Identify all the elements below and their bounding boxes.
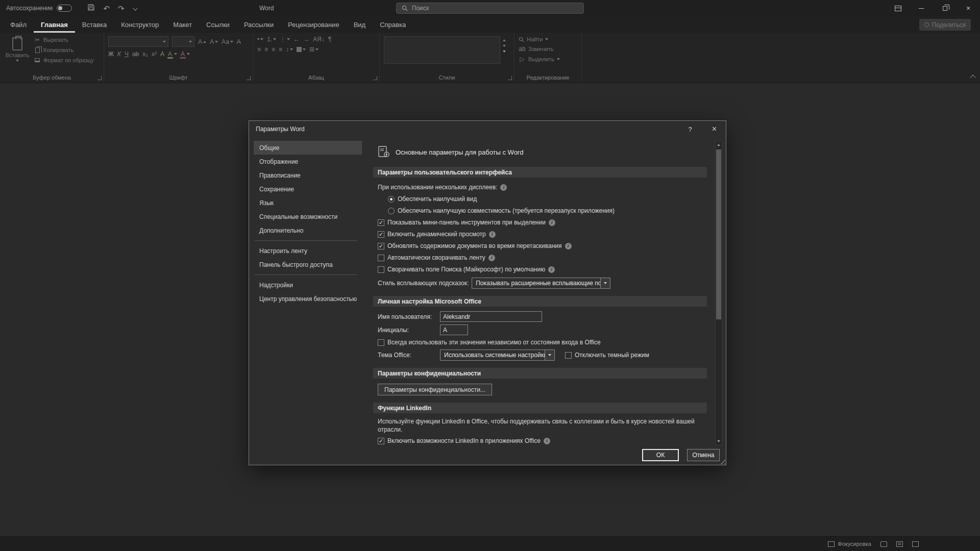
bullets-button[interactable]: • xyxy=(257,36,263,42)
strikethrough-button[interactable]: ab xyxy=(132,51,139,57)
align-right-button[interactable]: ≡ xyxy=(272,46,275,53)
paragraph-dialog-launcher-icon[interactable] xyxy=(373,76,377,80)
dropdown-arrow-button[interactable] xyxy=(600,278,610,288)
radio-best-appearance[interactable]: Обеспечить наилучший вид xyxy=(388,194,707,204)
checkbox-icon[interactable]: ✓ xyxy=(378,266,384,273)
grow-font-button[interactable]: А xyxy=(198,39,206,45)
subscript-button[interactable]: x₂ xyxy=(142,51,148,57)
close-window-button[interactable]: × xyxy=(957,0,980,16)
tab-references[interactable]: Ссылки xyxy=(199,16,237,33)
dialog-close-button[interactable]: × xyxy=(703,121,726,137)
checkbox-disable-dark-mode[interactable]: ✓ xyxy=(565,352,572,359)
scroll-down-button[interactable] xyxy=(716,438,722,445)
borders-button[interactable]: ⊞ xyxy=(309,46,318,53)
dropdown-arrow-button[interactable] xyxy=(545,350,554,360)
scroll-up-button[interactable] xyxy=(716,141,722,148)
radio-icon[interactable] xyxy=(388,208,395,214)
shrink-font-button[interactable]: А xyxy=(210,39,218,45)
sidebar-item-advanced[interactable]: Дополнительно xyxy=(254,223,362,237)
radio-best-compatibility[interactable]: Обеспечить наилучшую совместимость (треб… xyxy=(388,206,707,215)
scrollbar-thumb[interactable] xyxy=(716,149,721,319)
justify-button[interactable]: ≡ xyxy=(279,46,282,53)
redo-button[interactable]: ↷ xyxy=(118,5,125,12)
radio-icon[interactable] xyxy=(388,196,395,203)
styles-dialog-launcher-icon[interactable] xyxy=(508,76,512,80)
save-button[interactable] xyxy=(87,4,95,13)
increase-indent-button[interactable]: → xyxy=(303,36,309,42)
text-effects-button[interactable]: А xyxy=(160,51,164,57)
dialog-help-button[interactable]: ? xyxy=(680,121,700,137)
sidebar-item-proofing[interactable]: Правописание xyxy=(254,168,362,182)
sidebar-item-addins[interactable]: Надстройки xyxy=(254,278,362,292)
share-button[interactable]: Поделиться xyxy=(919,19,971,31)
info-icon[interactable]: i xyxy=(544,438,550,444)
font-color-button[interactable]: А xyxy=(181,51,190,57)
tab-insert[interactable]: Вставка xyxy=(75,16,114,33)
sidebar-item-customize-ribbon[interactable]: Настроить ленту xyxy=(254,244,362,258)
focus-mode-button[interactable]: Фокусировка xyxy=(828,541,871,547)
font-name-combo[interactable] xyxy=(108,36,168,47)
checkbox-collapse-search[interactable]: ✓ Сворачивать поле Поиска (Майкрософт) п… xyxy=(378,265,707,274)
sidebar-item-language[interactable]: Язык xyxy=(254,196,362,210)
tab-design[interactable]: Конструктор xyxy=(114,16,166,33)
cut-button[interactable]: ✂Вырезать xyxy=(34,36,100,43)
tab-layout[interactable]: Макет xyxy=(166,16,199,33)
privacy-settings-button[interactable]: Параметры конфиденциальности... xyxy=(378,384,492,395)
sidebar-item-display[interactable]: Отображение xyxy=(254,155,362,168)
numbering-button[interactable]: 1. xyxy=(267,36,276,42)
checkbox-icon[interactable]: ✓ xyxy=(378,255,384,261)
search-box[interactable]: Поиск xyxy=(396,3,584,14)
undo-button[interactable]: ↶ xyxy=(103,5,110,12)
font-dialog-launcher-icon[interactable] xyxy=(247,76,251,80)
ok-button[interactable]: ОК xyxy=(642,449,679,461)
cancel-button[interactable]: Отмена xyxy=(687,449,720,461)
resize-grip[interactable] xyxy=(720,459,725,464)
initials-input[interactable] xyxy=(440,324,468,335)
copy-button[interactable]: Копировать xyxy=(34,46,100,54)
italic-button[interactable]: К xyxy=(117,51,121,57)
line-spacing-button[interactable]: ↕ xyxy=(286,46,293,53)
replace-button[interactable]: ab Заменить xyxy=(519,45,577,53)
multilevel-list-button[interactable]: ⋮ xyxy=(280,36,290,42)
web-layout-button[interactable] xyxy=(912,541,919,547)
format-painter-button[interactable]: Формат по образцу xyxy=(34,57,100,64)
checkbox-icon[interactable]: ✓ xyxy=(378,339,384,346)
decrease-indent-button[interactable]: ← xyxy=(293,36,300,42)
superscript-button[interactable]: x² xyxy=(152,51,157,57)
ribbon-display-options-button[interactable] xyxy=(886,0,910,16)
checkbox-collapse-ribbon[interactable]: ✓ Автоматически сворачивать ленту i xyxy=(378,253,707,262)
underline-button[interactable]: Ч xyxy=(125,51,129,57)
info-icon[interactable]: i xyxy=(549,219,555,226)
paste-button[interactable]: Вставить xyxy=(4,37,31,62)
info-icon[interactable]: i xyxy=(489,231,496,238)
print-layout-button[interactable] xyxy=(896,541,903,547)
tooltip-style-dropdown[interactable]: Показывать расширенные всплывающие подск… xyxy=(472,278,610,289)
sidebar-item-quick-access[interactable]: Панель быстрого доступа xyxy=(254,258,362,271)
checkbox-linkedin-features[interactable]: ✓ Включить возможности LinkedIn в прилож… xyxy=(378,436,707,445)
align-center-button[interactable]: ≡ xyxy=(264,46,268,53)
checkbox-live-preview[interactable]: ✓ Включить динамический просмотр i xyxy=(378,230,707,239)
restore-button[interactable] xyxy=(933,0,957,16)
bold-button[interactable]: Ж xyxy=(108,51,114,57)
checkbox-always-use-values[interactable]: ✓ Всегда использовать эти значения незав… xyxy=(378,338,707,347)
checkbox-icon[interactable]: ✓ xyxy=(378,438,384,444)
office-theme-dropdown[interactable]: Использовать системные настройки xyxy=(440,349,555,361)
tab-home[interactable]: Главная xyxy=(34,16,75,33)
find-button[interactable]: Найти xyxy=(519,36,577,42)
shading-button[interactable] xyxy=(297,47,306,52)
read-mode-button[interactable] xyxy=(880,541,887,547)
checkbox-mini-toolbar[interactable]: ✓ Показывать мини-панель инструментов пр… xyxy=(378,218,707,227)
change-case-button[interactable]: Аа xyxy=(222,39,233,45)
highlight-button[interactable]: А xyxy=(168,51,177,57)
username-input[interactable] xyxy=(440,311,542,322)
gallery-down-icon[interactable] xyxy=(503,45,506,47)
info-icon[interactable]: i xyxy=(565,243,572,249)
clipboard-dialog-launcher-icon[interactable] xyxy=(97,76,102,80)
sidebar-item-accessibility[interactable]: Специальные возможности xyxy=(254,210,362,223)
minimize-button[interactable] xyxy=(910,0,933,16)
autosave-control[interactable]: Автосохранение xyxy=(6,5,72,12)
sidebar-item-save[interactable]: Сохранение xyxy=(254,182,362,196)
dialog-titlebar[interactable]: Параметры Word ? × xyxy=(249,121,726,137)
tab-help[interactable]: Справка xyxy=(373,16,413,33)
sidebar-item-trust-center[interactable]: Центр управления безопасностью xyxy=(254,292,362,306)
